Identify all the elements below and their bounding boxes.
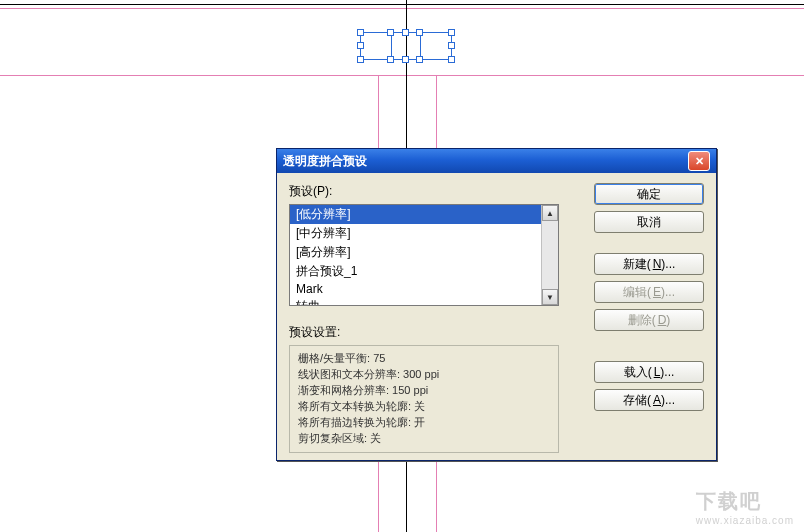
handle-inner-2-bot[interactable] [416, 56, 423, 63]
handle-nw[interactable] [357, 29, 364, 36]
settings-label: 预设设置: [289, 324, 580, 341]
presets-label: 预设(P): [289, 183, 580, 200]
settings-line: 剪切复杂区域: 关 [298, 430, 550, 446]
scroll-down-button[interactable]: ▼ [542, 289, 558, 305]
load-button[interactable]: 载入(L)... [594, 361, 704, 383]
handle-inner-2-top[interactable] [416, 29, 423, 36]
close-button[interactable]: ✕ [688, 151, 710, 171]
handle-n[interactable] [402, 29, 409, 36]
preset-list-item[interactable]: 拼合预设_1 [290, 262, 541, 281]
handle-ne[interactable] [448, 29, 455, 36]
handle-w[interactable] [357, 42, 364, 49]
ruler-line-top [0, 4, 804, 5]
new-button[interactable]: 新建(N)... [594, 253, 704, 275]
horizontal-guide-1 [0, 8, 804, 9]
presets-listbox[interactable]: [低分辨率][中分辨率][高分辨率]拼合预设_1Mark转曲 ▲ ▼ [289, 204, 559, 306]
selection-bounds[interactable] [360, 32, 452, 60]
cancel-button[interactable]: 取消 [594, 211, 704, 233]
scroll-track[interactable] [542, 221, 558, 289]
edit-button: 编辑(E)... [594, 281, 704, 303]
ok-button[interactable]: 确定 [594, 183, 704, 205]
handle-e[interactable] [448, 42, 455, 49]
dialog-titlebar[interactable]: 透明度拼合预设 ✕ [277, 149, 716, 173]
preset-list-item[interactable]: Mark [290, 281, 541, 297]
listbox-scrollbar[interactable]: ▲ ▼ [541, 205, 558, 305]
chevron-up-icon: ▲ [546, 209, 554, 218]
settings-line: 线状图和文本分辨率: 300 ppi [298, 366, 550, 382]
close-icon: ✕ [695, 155, 704, 168]
settings-line: 将所有描边转换为轮廓: 开 [298, 414, 550, 430]
settings-line: 将所有文本转换为轮廓: 关 [298, 398, 550, 414]
settings-line: 栅格/矢量平衡: 75 [298, 350, 550, 366]
save-button[interactable]: 存储(A)... [594, 389, 704, 411]
scroll-up-button[interactable]: ▲ [542, 205, 558, 221]
flattener-presets-dialog: 透明度拼合预设 ✕ 预设(P): [低分辨率][中分辨率][高分辨率]拼合预设_… [276, 148, 717, 461]
handle-se[interactable] [448, 56, 455, 63]
preset-settings-box: 栅格/矢量平衡: 75线状图和文本分辨率: 300 ppi渐变和网格分辨率: 1… [289, 345, 559, 453]
preset-list-item[interactable]: 转曲 [290, 297, 541, 305]
handle-inner-1-top[interactable] [387, 29, 394, 36]
settings-line: 渐变和网格分辨率: 150 ppi [298, 382, 550, 398]
chevron-down-icon: ▼ [546, 293, 554, 302]
dialog-title: 透明度拼合预设 [283, 153, 367, 170]
horizontal-guide-2 [0, 75, 804, 76]
preset-list-item[interactable]: [高分辨率] [290, 243, 541, 262]
handle-inner-1-bot[interactable] [387, 56, 394, 63]
handle-sw[interactable] [357, 56, 364, 63]
preset-list-item[interactable]: [低分辨率] [290, 205, 541, 224]
preset-list-item[interactable]: [中分辨率] [290, 224, 541, 243]
handle-s[interactable] [402, 56, 409, 63]
delete-button: 删除(D) [594, 309, 704, 331]
